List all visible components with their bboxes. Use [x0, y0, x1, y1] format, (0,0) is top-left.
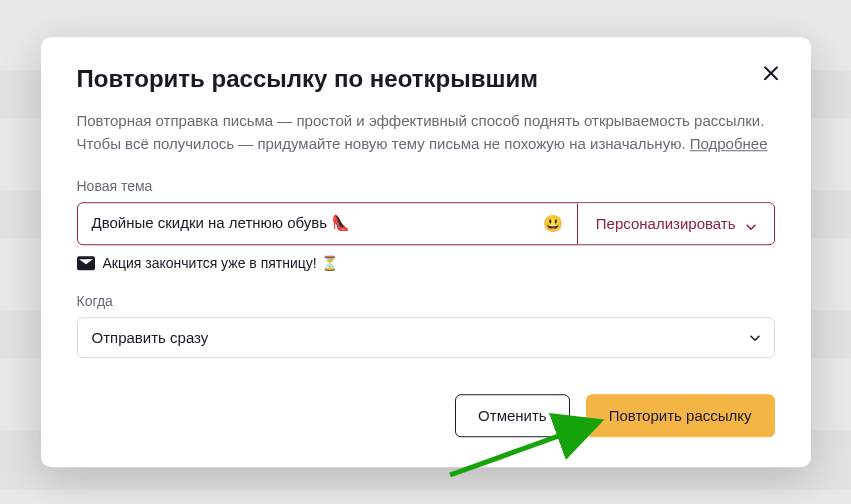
more-link[interactable]: Подробнее [690, 136, 768, 153]
subject-label: Новая тема [77, 178, 775, 194]
close-button[interactable] [757, 59, 785, 87]
resend-modal: Повторить рассылку по неоткрывшим Повтор… [41, 37, 811, 467]
subject-input-group: Двойные скидки на летнюю обувь 👠 😃 Персо… [77, 202, 775, 245]
modal-description: Повторная отправка письма — простой и эф… [77, 109, 775, 156]
chevron-down-icon [746, 218, 756, 228]
when-select[interactable]: Отправить сразу [77, 317, 775, 358]
chevron-down-icon [750, 329, 760, 346]
when-value: Отправить сразу [92, 329, 209, 346]
personalize-label: Персонализировать [596, 215, 736, 232]
subject-helper: Акция закончится уже в пятницу! ⏳ [77, 255, 775, 271]
emoji-icon[interactable]: 😃 [543, 214, 563, 233]
subject-field: Новая тема Двойные скидки на летнюю обув… [77, 178, 775, 271]
subject-input[interactable]: Двойные скидки на летнюю обувь 👠 😃 [78, 203, 577, 244]
mail-icon [77, 256, 95, 270]
when-field: Когда Отправить сразу [77, 293, 775, 358]
modal-title: Повторить рассылку по неоткрывшим [77, 65, 775, 93]
close-icon [764, 62, 778, 85]
modal-description-text: Повторная отправка письма — простой и эф… [77, 112, 765, 152]
when-label: Когда [77, 293, 775, 309]
subject-value: Двойные скидки на летнюю обувь 👠 [92, 214, 351, 232]
personalize-dropdown[interactable]: Персонализировать [577, 203, 774, 244]
cancel-button[interactable]: Отменить [455, 394, 570, 437]
modal-actions: Отменить Повторить рассылку [77, 394, 775, 437]
subject-helper-text: Акция закончится уже в пятницу! ⏳ [103, 255, 338, 271]
submit-button[interactable]: Повторить рассылку [586, 394, 775, 437]
